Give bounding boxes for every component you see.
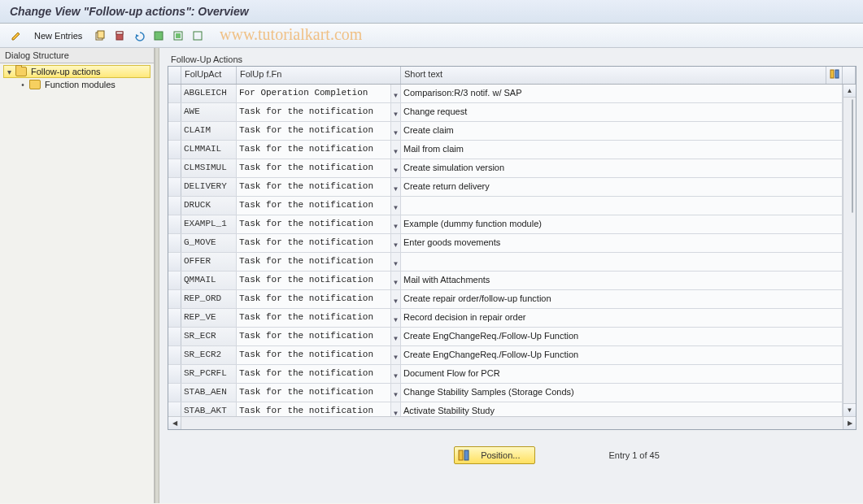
cell-shorttext[interactable]: Record decision in repair order [401, 309, 843, 327]
cell-folupact[interactable]: REP_VE [181, 309, 237, 327]
cell-folupffn[interactable]: Task for the notification [237, 384, 391, 402]
select-all-icon[interactable] [150, 28, 167, 44]
cell-shorttext[interactable]: Activate Stability Study [401, 402, 843, 416]
dropdown-icon[interactable]: ▼ [391, 122, 401, 140]
cell-shorttext[interactable]: Create claim [401, 122, 843, 140]
toggle-edit-icon[interactable] [8, 28, 24, 44]
copy-icon[interactable] [92, 28, 108, 44]
row-selector[interactable] [168, 328, 181, 345]
cell-folupact[interactable]: STAB_AKT [181, 402, 237, 416]
horizontal-scrollbar[interactable]: ◀ ▶ [168, 416, 856, 429]
delete-icon[interactable] [111, 28, 128, 44]
cell-folupffn[interactable]: Task for the notification [237, 290, 391, 308]
cell-shorttext[interactable]: Enter goods movements [401, 234, 843, 252]
dropdown-icon[interactable]: ▼ [391, 103, 401, 121]
cell-folupffn[interactable]: Task for the notification [237, 122, 391, 140]
dropdown-icon[interactable]: ▼ [391, 178, 401, 196]
cell-folupffn[interactable]: Task for the notification [237, 346, 391, 364]
cell-folupact[interactable]: SR_ECR [181, 328, 237, 345]
row-selector[interactable] [168, 159, 181, 177]
scroll-left-icon[interactable]: ◀ [168, 417, 181, 429]
row-selector[interactable] [168, 215, 181, 233]
cell-folupffn[interactable]: Task for the notification [237, 253, 391, 271]
cell-shorttext[interactable]: Create EngChangeReq./Follow-Up Function [401, 328, 843, 345]
dropdown-icon[interactable]: ▼ [391, 253, 401, 271]
row-selector[interactable] [168, 346, 181, 364]
cell-shorttext[interactable]: Example (dummy function module) [401, 215, 843, 233]
dropdown-icon[interactable]: ▼ [391, 234, 401, 252]
collapse-icon[interactable]: ▾ [4, 67, 14, 76]
cell-folupact[interactable]: OFFER [181, 253, 237, 271]
table-row[interactable]: CLMMAILTask for the notification▼Mail fr… [168, 141, 843, 159]
table-row[interactable]: QMMAILTask for the notification▼Mail wit… [168, 272, 843, 290]
cell-folupact[interactable]: G_MOVE [181, 234, 237, 252]
cell-folupffn[interactable]: Task for the notification [237, 328, 391, 345]
scroll-down-icon[interactable]: ▼ [843, 403, 856, 416]
table-row[interactable]: STAB_AENTask for the notification▼Change… [168, 384, 843, 402]
cell-shorttext[interactable] [401, 253, 843, 271]
cell-folupffn[interactable]: Task for the notification [237, 234, 391, 252]
undo-icon[interactable] [131, 28, 147, 44]
col-header-shorttext[interactable]: Short text [401, 67, 826, 84]
table-row[interactable]: REP_ORDTask for the notification▼Create … [168, 290, 843, 309]
dropdown-icon[interactable]: ▼ [391, 85, 401, 102]
table-row[interactable]: DELIVERYTask for the notification▼Create… [168, 178, 843, 197]
cell-folupffn[interactable]: Task for the notification [237, 141, 391, 159]
table-row[interactable]: REP_VETask for the notification▼Record d… [168, 309, 843, 328]
col-header-folupffn[interactable]: FolUp f.Fn [237, 67, 401, 84]
cell-folupffn[interactable]: Task for the notification [237, 402, 391, 416]
cell-shorttext[interactable]: Create simulation version [401, 159, 843, 177]
dropdown-icon[interactable]: ▼ [391, 197, 401, 215]
dropdown-icon[interactable]: ▼ [391, 215, 401, 233]
table-row[interactable]: DRUCKTask for the notification▼ [168, 197, 843, 215]
deselect-all-icon[interactable] [190, 28, 206, 44]
table-row[interactable]: AWETask for the notification▼Change requ… [168, 103, 843, 122]
cell-folupact[interactable]: ABGLEICH [181, 85, 237, 102]
cell-folupact[interactable]: SR_PCRFL [181, 365, 237, 383]
cell-shorttext[interactable]: Mail with Attachments [401, 272, 843, 289]
cell-folupact[interactable]: CLMMAIL [181, 141, 237, 159]
table-row[interactable]: CLAIMTask for the notification▼Create cl… [168, 122, 843, 141]
table-row[interactable]: ABGLEICHFor Operation Completion▼Compari… [168, 85, 843, 103]
cell-folupact[interactable]: QMMAIL [181, 272, 237, 289]
tree-item-followup-actions[interactable]: ▾ Follow-up actions [3, 65, 150, 78]
dropdown-icon[interactable]: ▼ [391, 365, 401, 383]
scroll-thumb[interactable] [852, 99, 853, 213]
row-selector[interactable] [168, 85, 181, 102]
row-selector[interactable] [168, 309, 181, 327]
dropdown-icon[interactable]: ▼ [391, 328, 401, 345]
cell-shorttext[interactable]: Change request [401, 103, 843, 121]
dropdown-icon[interactable]: ▼ [391, 141, 401, 159]
new-entries-button[interactable]: New Entries [28, 28, 89, 44]
cell-folupffn[interactable]: Task for the notification [237, 178, 391, 196]
col-header-folupact[interactable]: FolUpAct [181, 67, 237, 84]
row-selector[interactable] [168, 365, 181, 383]
cell-folupact[interactable]: DRUCK [181, 197, 237, 215]
row-selector[interactable] [168, 141, 181, 159]
table-row[interactable]: STAB_AKTTask for the notification▼Activa… [168, 402, 843, 416]
dropdown-icon[interactable]: ▼ [391, 384, 401, 402]
cell-folupact[interactable]: SR_ECR2 [181, 346, 237, 364]
table-row[interactable]: EXAMPL_1Task for the notification▼Exampl… [168, 215, 843, 234]
table-row[interactable]: OFFERTask for the notification▼ [168, 253, 843, 272]
table-row[interactable]: SR_ECR2Task for the notification▼Create … [168, 346, 843, 365]
cell-folupffn[interactable]: Task for the notification [237, 159, 391, 177]
cell-shorttext[interactable]: Mail from claim [401, 141, 843, 159]
position-button[interactable]: Position... [454, 446, 535, 464]
scroll-right-icon[interactable]: ▶ [843, 417, 856, 429]
row-selector[interactable] [168, 272, 181, 289]
configure-columns-icon[interactable] [826, 67, 843, 84]
scroll-up-icon[interactable]: ▲ [843, 85, 856, 98]
vertical-scrollbar[interactable]: ▲ ▼ [843, 85, 856, 416]
cell-shorttext[interactable]: Create repair order/follow-up function [401, 290, 843, 308]
cell-shorttext[interactable]: Create return delivery [401, 178, 843, 196]
row-selector-header[interactable] [168, 67, 181, 84]
row-selector[interactable] [168, 234, 181, 252]
cell-folupact[interactable]: CLMSIMUL [181, 159, 237, 177]
cell-folupffn[interactable]: Task for the notification [237, 197, 391, 215]
dropdown-icon[interactable]: ▼ [391, 159, 401, 177]
row-selector[interactable] [168, 402, 181, 416]
cell-shorttext[interactable]: Change Stability Samples (Storage Conds) [401, 384, 843, 402]
table-row[interactable]: SR_ECRTask for the notification▼Create E… [168, 328, 843, 346]
cell-folupact[interactable]: AWE [181, 103, 237, 121]
